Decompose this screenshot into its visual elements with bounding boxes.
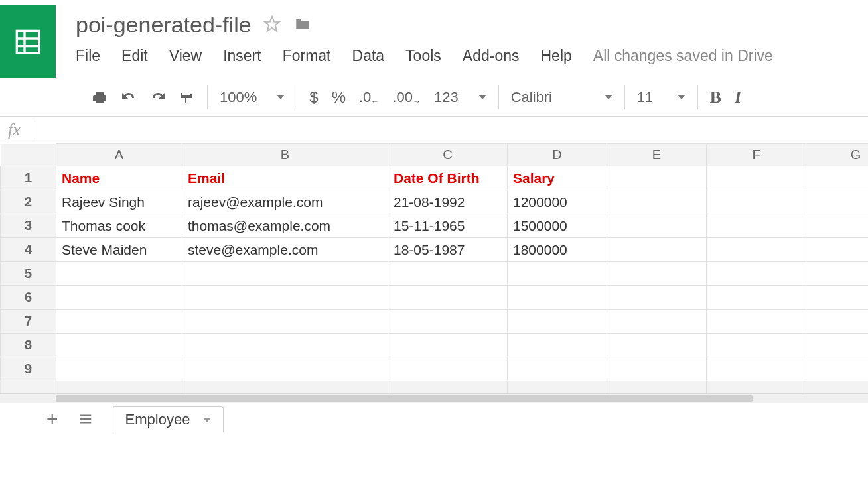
cell-e3[interactable]: [607, 214, 707, 238]
add-sheet-button[interactable]: +: [46, 408, 58, 430]
cell-f7[interactable]: [707, 310, 806, 334]
cell-e8[interactable]: [607, 334, 707, 357]
sheet-tab-employee[interactable]: Employee: [113, 406, 224, 432]
cell-c3[interactable]: 15-11-1965: [388, 214, 508, 238]
menu-tools[interactable]: Tools: [405, 47, 441, 65]
star-icon[interactable]: [263, 15, 281, 34]
scrollbar-thumb[interactable]: [56, 395, 753, 402]
decrease-decimal-button[interactable]: .0←: [359, 89, 379, 106]
row-header-1[interactable]: 1: [1, 166, 56, 190]
cell-g8[interactable]: [806, 334, 869, 357]
cell-a4[interactable]: Steve Maiden: [56, 238, 182, 262]
col-header-b[interactable]: B: [182, 144, 388, 166]
bold-button[interactable]: B: [710, 88, 721, 107]
folder-icon[interactable]: [293, 15, 313, 34]
cell-g3[interactable]: [806, 214, 869, 238]
cell-b2[interactable]: rajeev@example.com: [182, 190, 388, 214]
cell-f4[interactable]: [707, 238, 806, 262]
row-header-4[interactable]: 4: [1, 238, 56, 262]
zoom-dropdown-icon[interactable]: [277, 95, 285, 99]
cell-g2[interactable]: [806, 190, 869, 214]
cell-e7[interactable]: [607, 310, 707, 334]
cell-c5[interactable]: [388, 262, 508, 286]
menu-edit[interactable]: Edit: [121, 47, 148, 65]
cell-d5[interactable]: [508, 262, 607, 286]
font-size-select[interactable]: 11: [637, 89, 653, 106]
cell-c1[interactable]: Date Of Birth: [388, 166, 508, 190]
cell-c8[interactable]: [388, 334, 508, 357]
cell-d4[interactable]: 1800000: [508, 238, 607, 262]
cell-f3[interactable]: [707, 214, 806, 238]
menu-addons[interactable]: Add-ons: [463, 47, 520, 65]
cell-e2[interactable]: [607, 190, 707, 214]
cell-g7[interactable]: [806, 310, 869, 334]
cell-a1[interactable]: Name: [56, 166, 182, 190]
row-header-6[interactable]: 6: [1, 286, 56, 310]
cell-c7[interactable]: [388, 310, 508, 334]
cell-a9[interactable]: [56, 357, 182, 381]
cell-f2[interactable]: [707, 190, 806, 214]
row-header-8[interactable]: 8: [1, 334, 56, 357]
cell-f1[interactable]: [707, 166, 806, 190]
cell-f5[interactable]: [707, 262, 806, 286]
cell-g9[interactable]: [806, 357, 869, 381]
cell-f6[interactable]: [707, 286, 806, 310]
menu-view[interactable]: View: [169, 47, 202, 65]
col-header-e[interactable]: E: [607, 144, 707, 166]
col-header-a[interactable]: A: [56, 144, 182, 166]
document-title[interactable]: poi-generated-file: [76, 12, 252, 38]
cell-d3[interactable]: 1500000: [508, 214, 607, 238]
cell-e5[interactable]: [607, 262, 707, 286]
menu-file[interactable]: File: [76, 47, 100, 65]
cell-b6[interactable]: [182, 286, 388, 310]
cell-b9[interactable]: [182, 357, 388, 381]
select-all-corner[interactable]: [1, 144, 56, 166]
cell-c2[interactable]: 21-08-1992: [388, 190, 508, 214]
currency-button[interactable]: $: [309, 88, 318, 107]
cell-a7[interactable]: [56, 310, 182, 334]
cell-b3[interactable]: thomas@example.com: [182, 214, 388, 238]
redo-button[interactable]: [150, 90, 166, 105]
cell-g1[interactable]: [806, 166, 869, 190]
cell-g4[interactable]: [806, 238, 869, 262]
font-size-dropdown-icon[interactable]: [678, 95, 686, 99]
menu-insert[interactable]: Insert: [223, 47, 261, 65]
menu-data[interactable]: Data: [352, 47, 385, 65]
cell-d7[interactable]: [508, 310, 607, 334]
menu-format[interactable]: Format: [283, 47, 331, 65]
font-family-select[interactable]: Calibri: [511, 89, 552, 106]
paint-format-button[interactable]: [179, 90, 195, 105]
cell-b1[interactable]: Email: [182, 166, 388, 190]
row-header-3[interactable]: 3: [1, 214, 56, 238]
row-header-7[interactable]: 7: [1, 310, 56, 334]
cell-b7[interactable]: [182, 310, 388, 334]
row-header-2[interactable]: 2: [1, 190, 56, 214]
col-header-c[interactable]: C: [388, 144, 508, 166]
cell-c6[interactable]: [388, 286, 508, 310]
row-header-partial[interactable]: [1, 381, 56, 393]
cell-c4[interactable]: 18-05-1987: [388, 238, 508, 262]
col-header-f[interactable]: F: [707, 144, 806, 166]
num-format-dropdown-icon[interactable]: [478, 95, 486, 99]
cell-e1[interactable]: [607, 166, 707, 190]
cell-a5[interactable]: [56, 262, 182, 286]
row-header-5[interactable]: 5: [1, 262, 56, 286]
percent-button[interactable]: %: [332, 88, 346, 107]
all-sheets-button[interactable]: [78, 412, 93, 426]
italic-button[interactable]: I: [735, 88, 741, 107]
print-button[interactable]: [92, 90, 108, 105]
cell-f9[interactable]: [707, 357, 806, 381]
cell-e4[interactable]: [607, 238, 707, 262]
row-header-9[interactable]: 9: [1, 357, 56, 381]
number-format-button[interactable]: 123: [434, 89, 459, 106]
cell-b4[interactable]: steve@example.com: [182, 238, 388, 262]
cell-e9[interactable]: [607, 357, 707, 381]
zoom-level[interactable]: 100%: [220, 89, 257, 106]
increase-decimal-button[interactable]: .00→: [392, 89, 421, 106]
cell-f8[interactable]: [707, 334, 806, 357]
cell-g5[interactable]: [806, 262, 869, 286]
cell-b5[interactable]: [182, 262, 388, 286]
cell-c9[interactable]: [388, 357, 508, 381]
font-family-dropdown-icon[interactable]: [605, 95, 613, 99]
sheets-app-icon[interactable]: [0, 5, 56, 78]
